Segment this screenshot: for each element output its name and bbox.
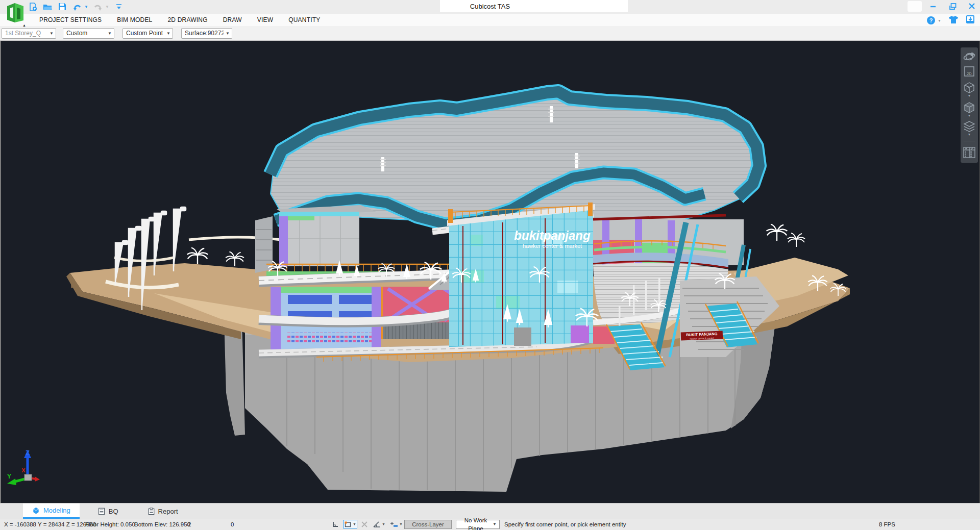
selected-count: 2 <box>188 519 191 530</box>
titlebar: Cubicost TAS ▲ ▼ ▼ <box>0 0 980 14</box>
cursor-coordinates: X = -160388 Y = 28434 Z = 126950 <box>4 519 96 530</box>
window-controls <box>929 2 976 10</box>
restore-button[interactable] <box>948 2 957 10</box>
statusbar: X = -160388 Y = 28434 Z = 126950 Floor H… <box>0 519 980 530</box>
ground-sign: BUKIT PANJANG hawker centre & market <box>681 331 723 341</box>
logo-dropdown-caret: ▲ <box>22 23 26 27</box>
help-dropdown-caret[interactable]: ▼ <box>938 19 941 22</box>
quick-access-toolbar: ▼ ▼ <box>28 2 124 12</box>
cross-layer-select-button[interactable]: Cross-Layer Select <box>404 520 452 529</box>
close-button[interactable] <box>968 2 976 10</box>
building-sign: bukitpanjang hawker center & market <box>514 229 591 249</box>
save-button[interactable] <box>57 2 67 12</box>
tab-report[interactable]: Report <box>139 503 187 519</box>
snap-dropdown-caret[interactable]: ▼ <box>353 522 356 526</box>
bq-document-icon <box>98 508 105 515</box>
customize-toolbar-button[interactable] <box>114 2 124 12</box>
view-toolbar: 1st Storey_Q▼ Custom▼ Custom Point▼ Surf… <box>0 26 980 41</box>
view-tools-panel: 2D ▼ ▼ ▼ <box>961 47 978 163</box>
tab-modeling[interactable]: Modeling <box>23 503 80 519</box>
tab-bq[interactable]: BQ <box>89 503 128 519</box>
menu-quantity[interactable]: QUANTITY <box>281 16 328 23</box>
floor-select-dropdown[interactable]: 1st Storey_Q▼ <box>2 28 56 39</box>
ortho-mode-button[interactable] <box>331 520 340 528</box>
menu-view[interactable]: VIEW <box>250 16 281 23</box>
undo-button[interactable] <box>72 2 82 12</box>
wireframe-view-button[interactable]: ▼ <box>962 81 976 97</box>
redo-dropdown-caret[interactable]: ▼ <box>105 5 109 9</box>
solid-dropdown-caret[interactable]: ▼ <box>968 114 971 117</box>
new-project-button[interactable] <box>28 2 38 12</box>
help-toolbar: ? ▼ <box>926 15 975 26</box>
app-title: Cubicost TAS <box>0 0 980 14</box>
modeling-cube-icon <box>32 507 40 514</box>
svg-text:2D: 2D <box>967 71 972 76</box>
report-clipboard-icon <box>148 508 155 515</box>
point-input-dropdown-caret[interactable]: ▼ <box>399 522 403 526</box>
point-input-button[interactable]: ▼ <box>389 520 404 528</box>
angle-dropdown-caret[interactable]: ▼ <box>382 522 385 526</box>
work-plane-dropdown[interactable]: No Work Plane▼ <box>456 520 500 529</box>
menubar: PROJECT SETTINGS BIM MODEL 2D DRAWING DR… <box>0 14 980 26</box>
element-type-dropdown[interactable]: Custom▼ <box>63 28 114 39</box>
wireframe-dropdown-caret[interactable]: ▼ <box>968 94 971 97</box>
menu-2d-drawing[interactable]: 2D DRAWING <box>160 16 215 23</box>
undo-dropdown-caret[interactable]: ▼ <box>84 5 88 9</box>
layers-dropdown-caret[interactable]: ▼ <box>968 133 971 136</box>
chevron-down-icon: ▼ <box>226 31 230 36</box>
axis-triad: Z Y X <box>4 447 47 490</box>
2d-view-button[interactable]: 2D <box>962 65 976 78</box>
surface-dropdown[interactable]: Surface:90272▼ <box>181 28 232 39</box>
help-button[interactable]: ? ▼ <box>926 16 941 25</box>
redo-button[interactable] <box>93 2 103 12</box>
snap-toolbar: ▼ ▼ ▼ <box>331 520 404 528</box>
command-prompt: Specify first corner point, or pick elem… <box>504 519 626 530</box>
angle-snap-button[interactable]: ▼ <box>372 520 386 528</box>
chevron-down-icon: ▼ <box>166 31 170 36</box>
tools-divider <box>964 141 975 141</box>
chevron-down-icon: ▼ <box>108 31 112 36</box>
fps-indicator: 8 FPS <box>879 519 895 530</box>
solid-view-button[interactable]: ▼ <box>962 100 976 117</box>
orbit-view-button[interactable] <box>962 51 976 62</box>
cubicost-logo-icon <box>4 1 27 26</box>
svg-text:hawker center & market: hawker center & market <box>523 243 582 249</box>
floor-height-value: Floor Height: 0.050 <box>85 519 135 530</box>
secondary-count: 0 <box>231 519 234 530</box>
menu-project-settings[interactable]: PROJECT SETTINGS <box>32 16 109 23</box>
svg-text:?: ? <box>929 17 933 23</box>
menu-draw[interactable]: DRAW <box>215 16 250 23</box>
download-button[interactable] <box>966 15 975 26</box>
3d-model-canvas[interactable]: bukitpanjang hawker center & market BUKI… <box>1 41 979 503</box>
skin-button[interactable] <box>948 15 959 26</box>
chevron-down-icon: ▼ <box>493 520 497 528</box>
svg-text:bukitpanjang: bukitpanjang <box>514 229 591 242</box>
menu-bim-model[interactable]: BIM MODEL <box>109 16 160 23</box>
element-name-dropdown[interactable]: Custom Point▼ <box>122 28 173 39</box>
chevron-down-icon: ▼ <box>50 31 54 36</box>
axis-z-label: Z <box>26 449 30 457</box>
titlebar-notification-area <box>908 1 922 12</box>
axis-y-label: Y <box>7 472 12 480</box>
snap-settings-button[interactable]: ▼ <box>343 520 357 528</box>
element-list-button[interactable] <box>962 146 976 159</box>
minimize-button[interactable] <box>929 2 937 10</box>
open-project-button[interactable] <box>42 2 53 12</box>
axis-x-label: X <box>21 467 26 473</box>
layers-button[interactable]: ▼ <box>962 120 976 136</box>
bottom-elevation-value: Bottom Elev: 126.950 <box>134 519 190 530</box>
disable-snap-button[interactable] <box>360 520 369 528</box>
3d-viewport[interactable]: bukitpanjang hawker center & market BUKI… <box>0 41 980 503</box>
app-logo-button[interactable]: ▲ <box>4 1 27 26</box>
